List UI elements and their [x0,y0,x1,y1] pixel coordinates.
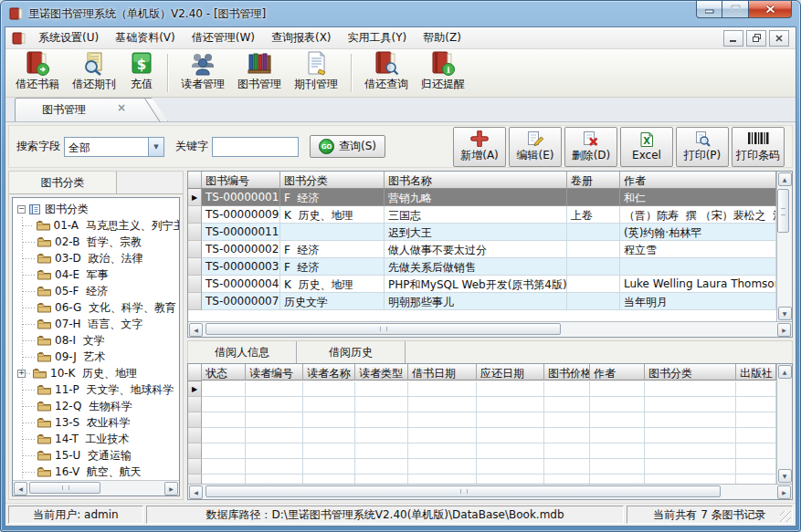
table-row[interactable] [188,459,776,475]
scroll-left-arrow[interactable]: ◀ [189,323,203,337]
keyword-input[interactable] [212,137,299,157]
book-vscrollbar[interactable]: ▲ ▼ [776,172,792,321]
tree-item-13-S[interactable]: 13-S 农业科学 [16,414,179,431]
scroll-thumb[interactable] [777,189,789,233]
resize-grip[interactable] [780,511,791,522]
scroll-right-arrow[interactable]: ▶ [777,323,791,337]
table-row[interactable] [188,475,776,484]
action-button-print-preview[interactable]: 打印(P) [676,127,729,167]
table-row[interactable] [188,412,776,428]
menu-item-3[interactable]: 借还管理(W) [184,26,263,49]
scroll-left-arrow[interactable]: ◀ [14,482,27,495]
tree-item-16-V[interactable]: 16-V 航空、航天 [16,464,179,480]
table-row[interactable] [188,428,776,443]
tree-item-09-J[interactable]: 09-J 艺术 [16,349,179,365]
scroll-right-arrow[interactable]: ▶ [777,485,791,499]
table-row[interactable]: TS-00000002F 经济做人做事不要太过分程立雪 [188,241,776,258]
column-header[interactable]: 图书编号 [202,172,280,189]
scroll-thumb[interactable] [206,323,561,335]
action-button-add[interactable]: 新增(A) [453,127,506,167]
table-row[interactable] [188,443,776,459]
column-header[interactable]: 图书分类 [280,172,385,189]
toolbar-button-periodical-manage[interactable]: 期刊管理 [288,51,344,95]
tree-item-08-I[interactable]: 08-I 文学 [16,332,179,349]
menu-item-1[interactable]: 系统设置(U) [30,26,107,49]
tree-item-07-H[interactable]: 07-H 语言、文字 [16,316,179,332]
scroll-thumb[interactable] [29,482,100,494]
scroll-left-arrow[interactable]: ◀ [189,485,203,499]
menu-item-2[interactable]: 基础资料(V) [107,26,184,49]
tree-root[interactable]: −图书分类 [16,201,179,217]
column-header[interactable]: 读者编号 [246,364,303,381]
tree-item-02-B[interactable]: 02-B 哲学、宗教 [16,234,179,250]
toolbar-button-readers[interactable]: 读者管理 [174,51,231,95]
tree-collapse-toggle[interactable]: − [17,205,26,214]
tree-item-05-F[interactable]: 05-F 经济 [16,283,179,299]
column-header[interactable]: 卷册 [567,172,620,189]
titlebar[interactable]: 里诺图书管理系统（单机版）V2.40 - [图书管理] [1,1,800,26]
book-hscrollbar[interactable]: ◀ ▶ [188,321,792,337]
mdi-close-button[interactable] [769,30,789,47]
menu-item-5[interactable]: 实用工具(Y) [340,26,416,49]
table-row[interactable]: TS-00000011迟到大王(英)约翰·柏林罕 [188,224,776,241]
column-header[interactable]: 应还日期 [477,364,544,381]
scroll-up-arrow[interactable]: ▲ [778,172,792,186]
mdi-minimize-button[interactable] [723,30,743,47]
tree-item-04-E[interactable]: 04-E 军事 [16,266,179,283]
dropdown-arrow-icon[interactable]: ▼ [148,138,163,156]
tree-item-06-G[interactable]: 06-G 文化、科学、教育 [16,299,179,316]
action-button-delete[interactable]: 删除(D) [564,127,617,167]
toolbar-button-books-manage[interactable]: 图书管理 [231,51,288,95]
tab-borrower-info[interactable]: 借阅人信息 [188,341,297,363]
scroll-right-arrow[interactable]: ▶ [164,482,178,495]
table-row[interactable] [188,397,776,412]
tab-close-icon[interactable]: × [117,101,126,114]
tab-book-management[interactable]: 图书管理 × [15,98,168,121]
tree-item-15-U[interactable]: 15-U 交通运输 [16,447,179,464]
tree-item-14-T[interactable]: 14-T 工业技术 [16,431,179,447]
column-header[interactable]: 图书价格 [544,364,590,381]
table-row[interactable]: TS-00000007历史文学明朝那些事儿当年明月 [188,293,776,310]
toolbar-button-return-remind[interactable]: i归还提醒 [415,51,471,95]
column-header[interactable]: 读者名称 [303,364,355,381]
toolbar-button-recharge[interactable]: $充值 [122,51,161,95]
tree-item-01-A[interactable]: 01-A 马克思主义、列宁主义 [16,217,179,234]
tree-item-11-P[interactable]: 11-P 天文学、地球科学 [16,381,179,398]
category-tab[interactable]: 图书分类 [9,172,117,193]
search-field-select[interactable]: 全部 ▼ [64,137,164,157]
toolbar-button-lend-book[interactable]: 借还书籍 [9,51,66,95]
scroll-up-arrow[interactable]: ▲ [778,365,792,379]
scroll-thumb[interactable] [206,485,721,497]
action-button-barcode[interactable]: 打印条码 [732,127,785,167]
table-row[interactable]: TS-00000003F 经济先做关系后做销售 [188,258,776,276]
borrower-vscrollbar[interactable]: ▲ ▼ [776,364,792,484]
column-header[interactable]: 出版社 [736,364,776,381]
menu-item-4[interactable]: 查询报表(X) [263,26,340,49]
tree-expand-toggle[interactable]: + [17,370,26,378]
maximize-button[interactable] [722,1,749,18]
tree-item-03-D[interactable]: 03-D 政治、法律 [16,250,179,266]
table-row[interactable]: TS-00000004K 历史、地理PHP和MySQL Web开发(原书第4版)… [188,276,776,293]
column-header[interactable]: 作者 [590,364,645,381]
column-header[interactable]: 借书日期 [408,364,477,381]
minimize-button[interactable] [696,1,722,18]
tab-borrow-history[interactable]: 借阅历史 [297,341,406,363]
column-header[interactable]: 图书名称 [385,172,567,189]
column-header[interactable]: 图书分类 [645,364,736,381]
scroll-down-arrow[interactable]: ▼ [778,307,792,320]
toolbar-button-lend-query[interactable]: 借还查询 [358,51,415,95]
borrower-hscrollbar[interactable]: ◀ ▶ [188,484,792,499]
menu-item-6[interactable]: 帮助(Z) [415,26,469,49]
query-button[interactable]: GO 查询(S) [310,135,385,158]
tree-item-12-Q[interactable]: 12-Q 生物科学 [16,398,179,414]
mdi-restore-button[interactable] [746,30,766,47]
table-row[interactable]: ▶ [188,381,776,397]
column-header[interactable]: 作者 [620,172,776,189]
tree-item-10-K[interactable]: +10-K 历史、地理 [16,365,179,381]
close-button[interactable] [749,1,792,18]
scroll-down-arrow[interactable]: ▼ [778,469,792,483]
column-header[interactable]: 读者类型 [355,364,408,381]
table-row[interactable]: TS-00000009K 历史、地理三国志上卷（晋）陈寿 撰 （宋）裴松之 注 [188,206,776,224]
toolbar-button-lend-periodical[interactable]: 借还期刊 [66,51,122,95]
column-header[interactable]: 状态 [202,364,246,381]
